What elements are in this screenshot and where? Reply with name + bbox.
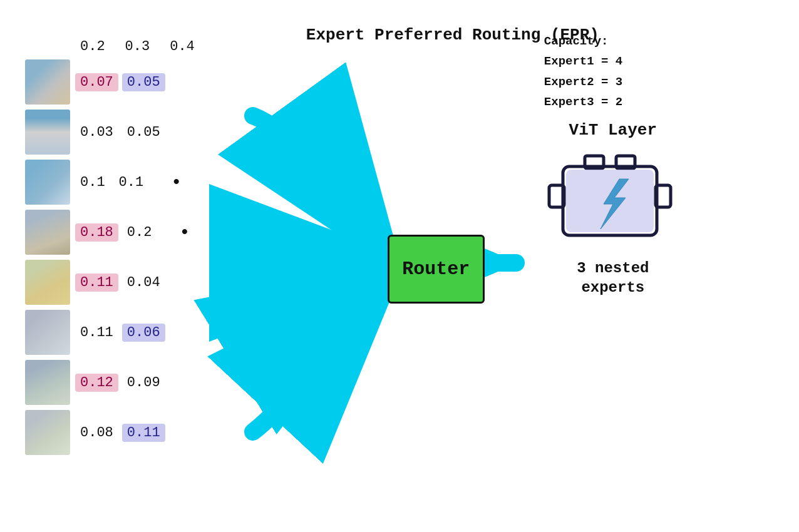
- score-3-2: 0.2: [122, 223, 157, 242]
- thumbnail-5: [25, 310, 70, 355]
- arrows-svg: [193, 19, 569, 532]
- score-6-1: 0.12: [75, 374, 118, 392]
- score-3-1: 0.18: [75, 223, 118, 242]
- score-5-1: 0.11: [75, 324, 118, 342]
- arrow-bottommost: [253, 282, 384, 432]
- nested-experts-label: 3 nestedexperts: [577, 258, 649, 297]
- image-row-2: 0.1 0.1 •: [25, 160, 200, 205]
- thumbnail-7: [25, 410, 70, 455]
- score-0-2: 0.05: [122, 73, 165, 91]
- thumbnail-0: [25, 59, 70, 105]
- thumbnail-6: [25, 360, 70, 405]
- router-label: Router: [402, 258, 470, 280]
- score-5-2: 0.06: [122, 324, 165, 342]
- score-pair-1: 0.03 0.05: [75, 123, 165, 141]
- thumbnail-2: [25, 160, 70, 205]
- score-1-1: 0.03: [75, 123, 118, 141]
- dot-1: •: [171, 173, 182, 192]
- right-info: Capacity: Expert1 = 4 Expert2 = 3 Expert…: [544, 31, 682, 298]
- score-4-1: 0.11: [75, 274, 118, 292]
- router-box: Router: [388, 235, 485, 304]
- vit-label: ViT Layer: [569, 121, 657, 140]
- thumbnail-3: [25, 210, 70, 255]
- capacity-info: Capacity: Expert1 = 4 Expert2 = 3 Expert…: [544, 31, 622, 112]
- score-pair-0: 0.07 0.05: [75, 73, 165, 91]
- arrow-bottom: [253, 275, 384, 369]
- score-1-2: 0.05: [122, 123, 165, 141]
- main-container: 0.2 0.3 0.4 0.07 0.05 0.03: [0, 0, 799, 532]
- score-7-1: 0.08: [75, 424, 118, 442]
- score-6-2: 0.09: [122, 374, 165, 392]
- score-pair-4: 0.11 0.04: [75, 274, 165, 292]
- image-row-5: 0.11 0.06: [25, 310, 200, 355]
- capacity-expert3: Expert3 = 2: [544, 92, 622, 112]
- capacity-expert2: Expert2 = 3: [544, 72, 622, 92]
- arrow-middle: [253, 263, 384, 269]
- image-row-7: 0.08 0.11: [25, 410, 200, 455]
- diagram: 0.2 0.3 0.4 0.07 0.05 0.03: [25, 13, 774, 519]
- right-arrow-shape: [482, 247, 519, 279]
- left-column: 0.2 0.3 0.4 0.07 0.05 0.03: [25, 38, 200, 455]
- capacity-title: Capacity:: [544, 31, 622, 51]
- vit-icon-svg: [544, 145, 682, 251]
- col-header-1: 0.2: [75, 38, 110, 56]
- score-pair-5: 0.11 0.06: [75, 324, 165, 342]
- score-pair-2: 0.1 0.1 •: [75, 173, 182, 192]
- capacity-expert1: Expert1 = 4: [544, 51, 622, 71]
- image-row-0: 0.07 0.05: [25, 59, 200, 105]
- score-7-2: 0.11: [122, 424, 165, 442]
- dot-2: •: [179, 223, 190, 242]
- image-row-1: 0.03 0.05: [25, 110, 200, 155]
- score-pair-6: 0.12 0.09: [75, 374, 165, 392]
- center-right-area: Expert Preferred Routing (EPR): [193, 19, 774, 532]
- score-4-2: 0.04: [122, 274, 165, 292]
- arrow-top: [253, 116, 384, 250]
- scores-column: 0.07 0.05 0.03 0.05 0.1: [25, 59, 200, 455]
- score-0-1: 0.07: [75, 73, 118, 91]
- score-pair-3: 0.18 0.2 •: [75, 223, 190, 242]
- score-2-2: 0.1: [114, 173, 149, 192]
- image-row-6: 0.12 0.09: [25, 360, 200, 405]
- image-row-4: 0.11 0.04: [25, 260, 200, 305]
- score-2-1: 0.1: [75, 173, 110, 192]
- col-header-2: 0.3: [120, 38, 155, 56]
- thumbnail-1: [25, 110, 70, 155]
- thumbnail-4: [25, 260, 70, 305]
- score-pair-7: 0.08 0.11: [75, 424, 165, 442]
- image-row-3: 0.18 0.2 •: [25, 210, 200, 255]
